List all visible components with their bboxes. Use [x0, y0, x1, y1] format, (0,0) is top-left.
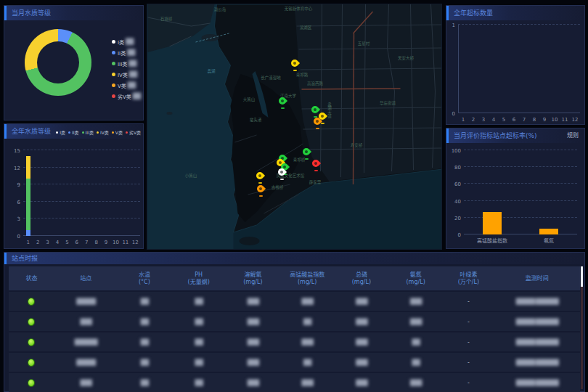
map-label: 蠡湖 — [207, 68, 215, 74]
legend-dot — [112, 73, 115, 76]
legend-item[interactable]: I类 — [56, 129, 65, 136]
table-row[interactable]: █████████████████████-█████ ██████ — [9, 292, 580, 311]
legend-item[interactable]: V类██ — [112, 80, 140, 91]
rule-link[interactable]: 规则 — [567, 128, 579, 143]
x-axis-label: 6 — [75, 240, 78, 245]
column-unit: (mg/L) — [407, 279, 425, 286]
legend-item[interactable]: III类 — [82, 129, 94, 136]
y-axis-label: 3 — [9, 216, 20, 222]
column-header: 高锰酸盐指数(mg/L) — [280, 271, 335, 286]
legend-dot — [112, 94, 115, 98]
rate-bar-chart: 020406080100高锰酸盐指数氨氮 — [464, 150, 577, 234]
rate-bar — [539, 229, 558, 234]
gridline — [23, 167, 140, 168]
map-pin-anchor — [321, 123, 324, 124]
map-pin-hole — [258, 187, 263, 191]
y-axis-label: 80 — [449, 165, 461, 171]
panel-monthly-grade-header: 当月水质等级 — [4, 6, 143, 20]
map-pin-anchor — [314, 170, 318, 171]
annual-legend: I类II类III类IV类V类劣V类 — [56, 129, 141, 136]
map-pin-anchor — [280, 179, 284, 180]
column-header: 状态 — [9, 275, 54, 282]
panel-title: 站点时报 — [12, 255, 38, 262]
x-axis-label: 10 — [552, 117, 558, 123]
station-name-blurred: █████ — [76, 359, 95, 366]
column-header: 总磷(mg/L) — [335, 271, 389, 286]
table-row[interactable]: ███████████████████-█████ ██████ — [9, 353, 580, 372]
value-cell: ███ — [226, 380, 280, 386]
value-cell: ██ — [280, 359, 335, 366]
value-cell: ███ — [226, 339, 280, 346]
gridline — [464, 217, 577, 218]
column-label: 水温 — [139, 271, 150, 279]
column-header: 水温(°C) — [118, 271, 172, 286]
x-axis-label: 12 — [572, 117, 579, 123]
table-scrollbar-thumb[interactable] — [581, 266, 583, 287]
legend-item[interactable]: I类██ — [112, 36, 140, 47]
table-row[interactable]: █████████████████████-█████ ██████ — [9, 332, 580, 351]
legend-item[interactable]: II类 — [68, 129, 79, 136]
legend-item[interactable]: V类 — [112, 129, 123, 136]
station-cell: ███ — [54, 380, 118, 386]
table-row[interactable]: ███████████████████-█████ ██████ — [9, 373, 580, 392]
value-blurred: ███ — [301, 339, 312, 346]
value-blurred: ██ — [303, 319, 311, 325]
map-pin-anchor — [305, 158, 309, 160]
map-pin-hole — [304, 150, 309, 154]
column-label: 高锰酸盐指数 — [290, 271, 324, 279]
time-cell: █████ ██████ — [494, 359, 580, 366]
value-cell: ██ — [118, 359, 172, 366]
table-row[interactable]: ██████████████████-█████ ██████ — [9, 312, 580, 331]
legend-value-blurred: ██ — [126, 38, 133, 45]
x-axis-label: 7 — [523, 117, 526, 123]
map-pin-anchor — [258, 182, 262, 184]
chlorophyll-cell: - — [443, 339, 494, 346]
x-axis-label: 4 — [492, 117, 495, 123]
map-label: 鼋头渚 — [250, 117, 262, 123]
map-label: 五星村 — [358, 41, 370, 46]
value-blurred: ███ — [356, 359, 367, 366]
value-cell: ███ — [226, 359, 280, 366]
value-cell: ██ — [118, 380, 172, 386]
column-label: 叶绿素 — [460, 271, 477, 279]
map-label: 高浪西路 — [307, 81, 323, 86]
gridline-top — [458, 24, 580, 25]
column-header: PH(无量纲) — [171, 271, 226, 286]
status-led-green — [28, 359, 35, 367]
map-label: 无锡新体育中心 — [285, 6, 313, 12]
map-label: 华庄街道 — [380, 100, 396, 106]
legend-item[interactable]: III类██ — [112, 58, 140, 69]
panel-monthly-rate: 当月评价指标站点超标率(%) 规则 020406080100高锰酸盐指数氨氮 — [446, 128, 585, 249]
bar-segment-II类 — [26, 230, 30, 236]
value-cell: ███ — [335, 319, 389, 325]
chlorophyll-cell: - — [443, 298, 494, 305]
legend-item[interactable]: IV类 — [97, 129, 109, 136]
legend-item[interactable]: 劣V类 — [126, 129, 141, 136]
legend-item[interactable]: II类██ — [112, 47, 140, 58]
map-pin-hole — [293, 61, 297, 65]
dashboard: 当月水质等级 I类██II类██III类██IV类██V类██劣V类██ 全年水… — [0, 0, 588, 392]
status-cell — [9, 359, 54, 367]
value-cell: ██ — [171, 319, 226, 325]
map-label: 天安大桥 — [398, 55, 414, 61]
legend-label: III类 — [86, 129, 94, 136]
map-pin-anchor — [259, 195, 263, 197]
x-axis-label: 3 — [482, 117, 485, 123]
panel-station-table-header: 站点时报 — [4, 253, 584, 264]
station-name-blurred: ███ — [81, 319, 91, 325]
legend-label: I类 — [118, 38, 124, 46]
map[interactable]: 石塘桥渤公岛无锡新体育中心滨湖区五星村天安大桥高浪西路江南大学青祁路华庄街道寿安… — [147, 4, 442, 250]
column-label: 氨氮 — [410, 271, 422, 279]
x-axis-label: 10 — [113, 240, 119, 245]
time-cell: █████ ██████ — [494, 319, 580, 325]
legend-item[interactable]: 劣V类██ — [112, 91, 140, 102]
value-cell: ███ — [335, 359, 389, 366]
legend-value-blurred: ██ — [129, 71, 136, 78]
x-axis-line — [458, 113, 580, 113]
y-axis-label: 100 — [449, 148, 461, 154]
legend-item[interactable]: IV类██ — [112, 69, 140, 80]
value-blurred: ███ — [410, 319, 421, 325]
chlorophyll-cell: - — [443, 319, 494, 325]
legend-label: 劣V类 — [129, 129, 141, 136]
status-cell — [9, 318, 54, 326]
